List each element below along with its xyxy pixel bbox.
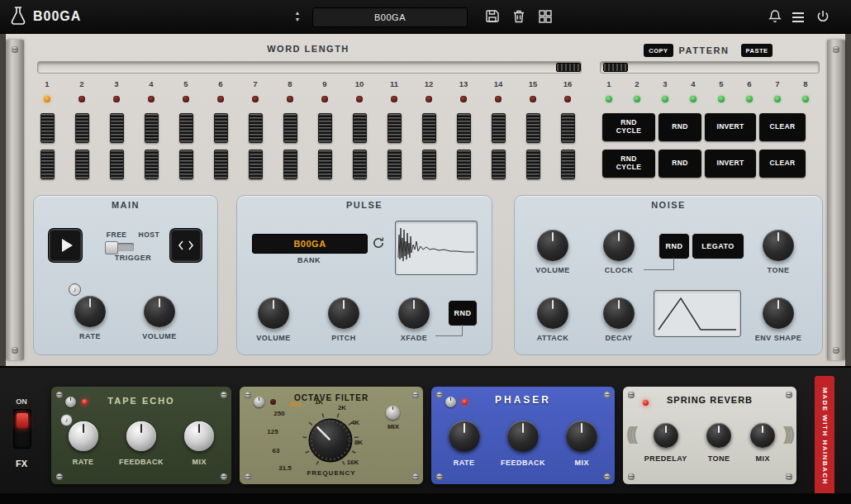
preset-down-icon[interactable]: ▼ <box>295 17 301 23</box>
delete-preset-icon[interactable] <box>511 8 527 25</box>
rate-knob[interactable] <box>69 421 98 451</box>
preset-name-display[interactable]: B00GA <box>312 7 468 27</box>
pattern-invert-button[interactable]: INVERT <box>705 150 756 178</box>
pulse-volume-knob[interactable] <box>258 297 289 329</box>
pattern-paste-button[interactable]: PASTE <box>741 44 773 57</box>
pattern-invert-button[interactable]: INVERT <box>705 113 756 141</box>
freq-label-16K[interactable]: 16K <box>347 459 359 466</box>
noise-legato-button[interactable]: LEGATO <box>692 233 744 259</box>
feedback-knob[interactable] <box>126 421 156 451</box>
freq-label-500[interactable]: 500 <box>289 401 300 408</box>
midi-learn-button[interactable] <box>170 229 202 262</box>
step-slider[interactable] <box>457 113 471 143</box>
step-slider[interactable] <box>40 150 55 179</box>
trigger-mode-toggle-handle[interactable] <box>105 241 118 254</box>
pattern-clear-button[interactable]: CLEAR <box>759 150 806 178</box>
step-slider[interactable] <box>387 150 402 179</box>
pattern-clear-button[interactable]: CLEAR <box>759 113 806 141</box>
freq-label-8K[interactable]: 8K <box>354 439 363 446</box>
word-length-slider-handle[interactable] <box>556 63 581 72</box>
step-slider[interactable] <box>110 113 124 143</box>
step-slider[interactable] <box>318 150 332 179</box>
step-slider[interactable] <box>179 150 193 179</box>
tone-knob[interactable] <box>706 423 731 448</box>
freq-label-63[interactable]: 63 <box>273 447 280 454</box>
play-button[interactable] <box>49 229 82 262</box>
pattern-rnd-button[interactable]: RND <box>658 113 701 141</box>
fx-on-switch[interactable] <box>13 409 31 449</box>
mix-knob[interactable] <box>566 421 597 452</box>
freq-label-250[interactable]: 250 <box>273 410 284 417</box>
mix-knob[interactable] <box>750 423 775 448</box>
step-slider[interactable] <box>283 113 297 143</box>
mix-knob[interactable] <box>184 421 214 451</box>
pulse-xfade-knob[interactable] <box>398 297 430 329</box>
preset-stepper[interactable]: ▲ ▼ <box>291 7 304 26</box>
notifications-bell-icon[interactable] <box>767 8 783 25</box>
pulse-rnd-button[interactable]: RND <box>448 300 478 326</box>
feedback-knob[interactable] <box>507 421 539 452</box>
step-slider[interactable] <box>422 150 436 179</box>
step-slider[interactable] <box>492 113 506 143</box>
noise-decay-knob[interactable] <box>603 297 635 329</box>
main-volume-knob[interactable] <box>144 296 175 327</box>
step-slider[interactable] <box>75 113 89 143</box>
predelay-knob[interactable] <box>654 423 678 448</box>
freq-label-2K[interactable]: 2K <box>338 404 346 411</box>
save-preset-icon[interactable] <box>484 8 501 25</box>
freq-label-4K[interactable]: 4K <box>351 419 359 426</box>
step-slider[interactable] <box>283 150 297 179</box>
step-slider[interactable] <box>526 113 540 143</box>
step-slider[interactable] <box>353 113 367 143</box>
step-slider[interactable] <box>75 150 89 179</box>
power-icon[interactable] <box>815 8 831 25</box>
step-slider[interactable] <box>492 150 506 179</box>
fx-knob-unit: MIX <box>750 423 775 463</box>
noise-tone-knob[interactable] <box>763 230 794 261</box>
bank-cycle-icon[interactable] <box>371 235 386 254</box>
step-slider[interactable] <box>214 150 228 179</box>
step-slider[interactable] <box>422 113 436 143</box>
pattern-rnd-cycle-button[interactable]: RND CYCLE <box>602 113 655 141</box>
main-rate-knob[interactable] <box>74 296 106 327</box>
step-slider[interactable] <box>457 150 471 179</box>
freq-label-125[interactable]: 125 <box>267 428 278 435</box>
preset-up-icon[interactable]: ▲ <box>295 10 301 17</box>
env-shape-knob[interactable] <box>763 297 794 329</box>
step-slider[interactable] <box>387 113 402 143</box>
step-slider[interactable] <box>145 150 159 179</box>
step-slider[interactable] <box>561 150 575 179</box>
step-slider[interactable] <box>526 150 540 179</box>
step-slider[interactable] <box>561 113 575 143</box>
noise-attack-knob[interactable] <box>537 297 568 329</box>
word-length-slider[interactable] <box>37 61 582 74</box>
step-cell: 11 <box>377 78 411 89</box>
pattern-rnd-cycle-button[interactable]: RND CYCLE <box>602 150 655 178</box>
pattern-length-slider-handle[interactable] <box>603 63 628 72</box>
step-slider[interactable] <box>145 113 159 143</box>
freq-label-1K[interactable]: 1K <box>315 398 323 406</box>
pattern-rnd-button[interactable]: RND <box>658 150 701 178</box>
menu-icon[interactable] <box>790 9 806 26</box>
pattern-length-slider[interactable] <box>600 61 820 74</box>
trigger-free-label[interactable]: FREE <box>107 231 127 239</box>
step-slider[interactable] <box>249 113 263 143</box>
pulse-pitch-knob[interactable] <box>328 297 359 329</box>
step-slider[interactable] <box>318 113 332 143</box>
step-slider[interactable] <box>110 150 124 179</box>
noise-clock-knob[interactable] <box>603 230 635 261</box>
trigger-mode-toggle[interactable] <box>106 243 134 251</box>
noise-volume-knob[interactable] <box>537 230 568 261</box>
step-slider[interactable] <box>353 150 367 179</box>
step-slider[interactable] <box>249 150 263 179</box>
bank-display[interactable]: B00GA <box>252 234 368 254</box>
trigger-host-label[interactable]: HOST <box>139 231 160 239</box>
rate-sync-note-button[interactable]: ♪ <box>69 283 81 296</box>
pattern-copy-button[interactable]: COPY <box>644 44 673 57</box>
step-slider[interactable] <box>214 113 228 143</box>
preset-browser-icon[interactable] <box>537 8 554 25</box>
noise-rnd-button[interactable]: RND <box>658 233 690 259</box>
step-slider[interactable] <box>179 113 193 143</box>
step-slider[interactable] <box>40 113 55 143</box>
rate-knob[interactable] <box>449 421 480 452</box>
